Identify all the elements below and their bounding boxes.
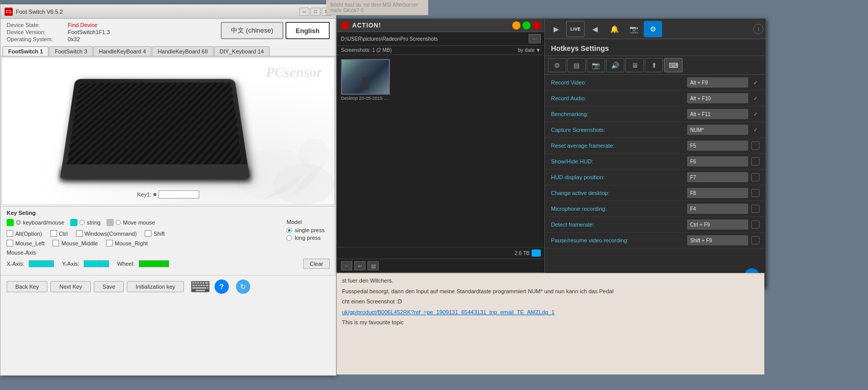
hud-position-toggle[interactable] [751, 173, 759, 181]
sort-button[interactable]: by date ▼ [518, 47, 541, 53]
keyboard-icon-button[interactable] [191, 280, 209, 294]
mic-recording-field[interactable] [687, 204, 748, 214]
sub-film-icon[interactable]: ▤ [567, 58, 586, 72]
clear-button[interactable]: Clear [303, 259, 330, 269]
hud-position-field[interactable] [687, 172, 748, 182]
mouse-left-box[interactable] [7, 240, 13, 246]
toolbar-settings-icon[interactable]: ⚙ [644, 21, 662, 37]
forum-text-4: This is my favourite topic [342, 318, 759, 327]
ctrl-label: Ctrl [59, 231, 68, 237]
detect-framerate-toggle[interactable] [751, 220, 759, 229]
sub-monitor-icon[interactable]: 🖥 [625, 58, 644, 72]
action-minimize-button[interactable] [512, 21, 520, 30]
chinese-language-button[interactable]: 中文 (chinese) [221, 22, 283, 39]
single-press-label: single press [295, 227, 325, 233]
record-video-check[interactable]: ✓ [751, 78, 759, 87]
maximize-button[interactable]: □ [310, 8, 321, 16]
screenshot-thumbnail[interactable] [341, 59, 390, 95]
long-press-radio[interactable] [286, 235, 292, 241]
hotkey-row-benchmarking: Benchmarking: ✓ [545, 106, 766, 122]
nav-folder-button[interactable]: ▤ [367, 261, 379, 270]
svg-rect-17 [192, 287, 194, 289]
single-press-radio[interactable] [286, 228, 292, 233]
mouse-left-label: Mouse_Left [15, 240, 44, 246]
capture-screenshots-check[interactable]: ✓ [751, 126, 759, 134]
alt-option-box[interactable] [7, 230, 13, 237]
modifier-checkboxes: Alt(Option) Ctrl Windows(Command) Shift [7, 230, 330, 237]
sub-speaker-icon[interactable]: 🔊 [606, 58, 624, 72]
long-press-option[interactable]: long press [286, 235, 325, 241]
sub-camera-icon[interactable]: 📷 [587, 58, 605, 72]
tab-diykeyboard14[interactable]: DIY_Keyboard 14 [214, 46, 270, 56]
keyboard-radio-dot[interactable] [16, 220, 21, 225]
help-button[interactable]: ? [213, 280, 231, 294]
wheel-bar[interactable] [139, 260, 169, 267]
sub-gear-icon[interactable]: ⚙ [548, 58, 566, 72]
nav-undo-button[interactable]: ↩ [354, 261, 365, 270]
nav-back-button[interactable]: − [341, 261, 352, 270]
action-close-button[interactable] [533, 21, 541, 30]
forum-link[interactable]: uk/gp/product/B006L452RK?ref_=pe_1909131… [342, 309, 555, 315]
toolbar-film-icon[interactable]: ▶ [547, 21, 565, 37]
single-press-option[interactable]: single press [286, 227, 325, 233]
forum-text-1-content: st fuer den Witchers. [342, 277, 393, 284]
svg-rect-7 [200, 282, 202, 284]
string-radio-dot[interactable] [80, 220, 85, 225]
toolbar-arrow-left-icon[interactable]: ◀ [586, 21, 604, 37]
path-more-button[interactable]: ··· [529, 34, 541, 43]
show-hide-hud-toggle[interactable] [751, 157, 759, 165]
toolbar-bell-icon[interactable]: 🔔 [605, 21, 623, 37]
mouse-left-checkbox: Mouse_Left [7, 240, 44, 246]
back-key-button[interactable]: Back Key [7, 281, 47, 292]
reset-framerate-field[interactable] [687, 141, 748, 151]
pause-resume-toggle[interactable] [751, 236, 759, 244]
key1-input[interactable] [159, 190, 199, 199]
next-key-button[interactable]: Next Key [50, 281, 91, 292]
hotkey-row-capture-screenshots: Capture Screenshots: ✓ [545, 122, 766, 138]
change-desktop-field[interactable] [687, 188, 748, 198]
x-axis-bar[interactable] [29, 260, 54, 267]
record-audio-field[interactable] [687, 93, 748, 103]
record-video-label: Record Video: [551, 79, 687, 86]
record-video-field[interactable] [687, 77, 748, 88]
english-language-button[interactable]: English [285, 22, 330, 39]
mouse-middle-box[interactable] [52, 240, 59, 246]
reset-framerate-toggle[interactable] [751, 142, 759, 150]
toolbar-live-icon[interactable]: LIVE [566, 21, 585, 37]
keyboard-mouse-color [7, 219, 14, 226]
y-axis-bar[interactable] [84, 260, 109, 267]
tab-footswitch3[interactable]: FootSwitch 3 [49, 46, 93, 56]
tab-footswitch1[interactable]: FootSwitch 1 [3, 46, 48, 56]
show-hide-hud-field[interactable] [687, 156, 748, 166]
record-audio-check[interactable]: ✓ [751, 94, 759, 102]
shift-box[interactable] [145, 230, 151, 237]
minimize-button[interactable]: ─ [299, 8, 309, 16]
pause-resume-field[interactable] [687, 235, 748, 245]
save-button[interactable]: Save [94, 281, 124, 292]
alt-option-checkbox: Alt(Option) [7, 230, 42, 237]
detect-framerate-field[interactable] [687, 219, 748, 230]
mouse-right-box[interactable] [106, 240, 113, 246]
refresh-button[interactable]: ↻ [234, 280, 252, 294]
tab-handlekeyboard6ii[interactable]: HandleKeyBoard 6II [152, 46, 213, 56]
initialization-key-button[interactable]: Initialization key [127, 281, 184, 292]
benchmarking-field[interactable] [687, 109, 748, 119]
os-label: Operating System: [7, 36, 68, 42]
benchmarking-check[interactable]: ✓ [751, 110, 759, 118]
sub-keyboard-icon[interactable]: ⌨ [664, 58, 682, 72]
change-desktop-toggle[interactable] [751, 189, 759, 197]
move-mouse-radio-dot[interactable] [116, 220, 121, 225]
mic-recording-toggle[interactable] [751, 205, 759, 213]
toolbar-camera-icon[interactable]: 📷 [624, 21, 643, 37]
tab-handlekeyboard4[interactable]: HandleKeyBoard 4 [93, 46, 151, 56]
info-icon[interactable]: i [753, 24, 764, 34]
sub-upload-icon[interactable]: ⬆ [645, 58, 663, 72]
hotkey-row-change-desktop: Change active desktop: [545, 185, 766, 201]
ctrl-box[interactable] [50, 230, 57, 237]
action-maximize-button[interactable] [522, 21, 531, 30]
capture-screenshots-field[interactable] [687, 125, 748, 135]
pause-resume-label: Pause/resume video recording: [551, 237, 687, 243]
windows-command-box[interactable] [76, 230, 83, 237]
screenshots-count: Screenshots: 1 (2 MB) [341, 47, 518, 53]
device-state-value: Find Device [68, 22, 97, 28]
